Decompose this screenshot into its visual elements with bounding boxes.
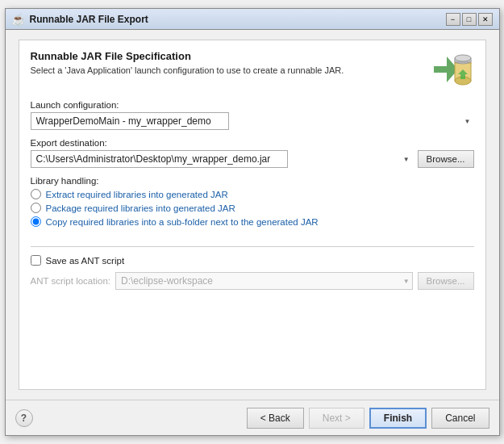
svg-point-6 <box>455 55 471 61</box>
window-icon: ☕ <box>12 13 25 26</box>
main-section: Runnable JAR File Specification Select a… <box>19 40 486 390</box>
window-controls: − □ ✕ <box>446 13 493 26</box>
ant-browse-button: Browse... <box>418 272 474 290</box>
next-button: Next > <box>309 408 364 429</box>
jar-icon <box>432 50 474 92</box>
radio-item-package: Package required libraries into generate… <box>31 203 474 213</box>
launch-config-label: Launch configuration: <box>31 100 474 110</box>
ant-checkbox-label: Save as ANT script <box>46 256 125 266</box>
radio-package-label: Package required libraries into generate… <box>46 203 235 213</box>
section-heading: Runnable JAR File Specification <box>31 50 344 62</box>
section-description: Select a 'Java Application' launch confi… <box>31 65 344 75</box>
divider <box>31 246 474 247</box>
help-button[interactable]: ? <box>15 409 33 427</box>
content-spacer <box>31 290 474 379</box>
library-handling-label: Library handling: <box>31 176 474 186</box>
radio-copy-label: Copy required libraries into a sub-folde… <box>46 217 319 227</box>
library-handling-group: Library handling: Extract required libra… <box>31 176 474 230</box>
footer-buttons: < Back Next > Finish Cancel <box>247 408 489 429</box>
window-title: Runnable JAR File Export <box>30 14 446 25</box>
close-button[interactable]: ✕ <box>478 13 493 26</box>
minimize-button[interactable]: − <box>446 13 460 26</box>
radio-copy[interactable] <box>31 216 41 227</box>
library-handling-options: Extract required libraries into generate… <box>31 189 474 227</box>
radio-item-copy: Copy required libraries into a sub-folde… <box>31 216 474 227</box>
ant-location-row: ANT script location: Browse... <box>31 272 474 290</box>
ant-location-label: ANT script location: <box>31 276 111 286</box>
export-browse-button[interactable]: Browse... <box>418 150 474 168</box>
dialog-content: Runnable JAR File Specification Select a… <box>6 30 499 400</box>
header-text: Runnable JAR File Specification Select a… <box>31 50 344 85</box>
radio-extract-label: Extract required libraries into generate… <box>46 190 228 199</box>
header-area: Runnable JAR File Specification Select a… <box>31 50 474 92</box>
title-bar: ☕ Runnable JAR File Export − □ ✕ <box>6 9 499 30</box>
ant-input-wrapper <box>115 272 413 290</box>
radio-item-extract: Extract required libraries into generate… <box>31 189 474 199</box>
export-dest-wrapper: C:\Users\Administrator\Desktop\my_wrappe… <box>31 150 413 168</box>
ant-location-input[interactable] <box>115 272 413 290</box>
ant-checkbox[interactable] <box>31 255 41 266</box>
radio-package[interactable] <box>31 203 41 213</box>
cancel-button[interactable]: Cancel <box>431 408 489 429</box>
finish-button[interactable]: Finish <box>369 408 427 429</box>
dialog-footer: ? < Back Next > Finish Cancel <box>6 400 499 435</box>
main-window: ☕ Runnable JAR File Export − □ ✕ Runnabl… <box>5 8 500 436</box>
launch-config-wrapper: WrapperDemoMain - my_wrapper_demo <box>31 112 474 130</box>
export-dest-row: C:\Users\Administrator\Desktop\my_wrappe… <box>31 150 474 168</box>
ant-checkbox-row: Save as ANT script <box>31 255 474 266</box>
launch-config-select[interactable]: WrapperDemoMain - my_wrapper_demo <box>31 112 229 130</box>
export-dest-label: Export destination: <box>31 138 474 148</box>
maximize-button[interactable]: □ <box>462 13 477 26</box>
radio-extract[interactable] <box>31 189 41 199</box>
export-dest-group: Export destination: C:\Users\Administrat… <box>31 138 474 168</box>
back-button[interactable]: < Back <box>247 408 304 429</box>
launch-config-group: Launch configuration: WrapperDemoMain - … <box>31 100 474 130</box>
export-dest-select[interactable]: C:\Users\Administrator\Desktop\my_wrappe… <box>31 150 288 168</box>
